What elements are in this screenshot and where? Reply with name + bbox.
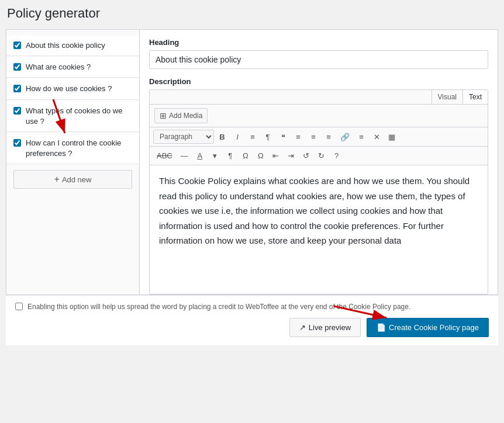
- indent-button[interactable]: ⇥: [284, 149, 298, 162]
- list-ordered-button[interactable]: ¶: [261, 130, 275, 144]
- heading-input[interactable]: [149, 50, 488, 69]
- page-icon: 📄: [377, 323, 386, 332]
- page-container: Policy generator About this cookie polic…: [0, 0, 504, 423]
- external-link-icon: ↗: [299, 323, 306, 332]
- undo-button[interactable]: ↺: [299, 149, 313, 162]
- add-media-icon: ⊞: [160, 111, 167, 120]
- credit-row: Enabling this option will help us spread…: [15, 301, 489, 312]
- format-select[interactable]: Paragraph Heading 1 Heading 2 Preformatt…: [153, 130, 214, 144]
- paste-word-button[interactable]: ¶: [223, 149, 237, 162]
- add-media-bar: ⊞ Add Media: [150, 105, 488, 127]
- footer-area: Enabling this option will help us spread…: [6, 295, 498, 345]
- clear-format-button[interactable]: Ω: [239, 149, 253, 162]
- outdent-button[interactable]: ⇤: [269, 149, 283, 162]
- sidebar-item-what[interactable]: What are cookies ?: [6, 57, 139, 78]
- add-new-button[interactable]: + Add new: [13, 170, 132, 189]
- dropdown-button[interactable]: ▾: [208, 149, 222, 162]
- blockquote-button[interactable]: ❝: [276, 130, 290, 144]
- page-title: Policy generator: [6, 6, 498, 21]
- link-button[interactable]: 🔗: [337, 130, 353, 144]
- tab-text[interactable]: Text: [462, 90, 488, 104]
- tab-visual[interactable]: Visual: [431, 90, 462, 104]
- toolbar-row-1: Paragraph Heading 1 Heading 2 Preformatt…: [150, 127, 488, 147]
- sidebar-checkbox-types[interactable]: [13, 107, 21, 115]
- sidebar-checkbox-control[interactable]: [13, 139, 21, 147]
- editor-tabs: Visual Text: [150, 90, 488, 105]
- create-cookie-policy-button[interactable]: 📄 Create Cookie Policy page: [367, 318, 489, 337]
- editor-body[interactable]: This Cookie Policy explains what cookies…: [150, 165, 488, 294]
- credit-checkbox[interactable]: [15, 303, 23, 310]
- table-button[interactable]: ▦: [385, 130, 399, 144]
- italic-button[interactable]: I: [230, 130, 244, 144]
- help-button[interactable]: ?: [330, 149, 344, 162]
- action-row: ↗ Live preview 📄 Create Cookie Policy pa…: [15, 318, 489, 337]
- main-layout: About this cookie policy What are cookie…: [6, 29, 498, 295]
- sidebar: About this cookie policy What are cookie…: [6, 30, 140, 294]
- live-preview-button[interactable]: ↗ Live preview: [289, 318, 361, 337]
- bold-button[interactable]: B: [215, 130, 229, 144]
- sidebar-checkbox-about[interactable]: [13, 41, 21, 49]
- align-right-button[interactable]: ≡: [322, 130, 336, 144]
- align-center-button[interactable]: ≡: [306, 130, 320, 144]
- sidebar-item-howdo[interactable]: How do we use cookies ?: [6, 79, 139, 99]
- align-left-button[interactable]: ≡: [291, 130, 305, 144]
- heading-label: Heading: [149, 38, 488, 47]
- sidebar-item-about[interactable]: About this cookie policy: [6, 36, 139, 56]
- sidebar-checkbox-what[interactable]: [13, 63, 21, 71]
- add-new-label: Add new: [62, 175, 92, 184]
- omega-button[interactable]: Ω: [254, 149, 268, 162]
- editor-wrapper: Visual Text ⊞ Add Media Paragr: [149, 89, 488, 294]
- justify-button[interactable]: ≡: [354, 130, 368, 144]
- list-unordered-button[interactable]: ≡: [246, 130, 260, 144]
- sidebar-item-control[interactable]: How can I control the cookie preferences…: [6, 133, 139, 164]
- text-color-button[interactable]: A: [193, 149, 207, 162]
- sidebar-arrow-wrap: How can I control the cookie preferences…: [6, 133, 139, 164]
- content-area: Heading Description Visual Text ⊞: [140, 30, 498, 294]
- toolbar-row-2: ABC — A ▾ ¶ Ω Ω ⇤ ⇥ ↺ ↻ ?: [150, 147, 488, 165]
- editor-content: This Cookie Policy explains what cookies…: [159, 174, 478, 248]
- add-media-button[interactable]: ⊞ Add Media: [154, 108, 208, 123]
- more-button[interactable]: ✕: [370, 130, 384, 144]
- strikethrough-button[interactable]: ABC: [153, 149, 176, 162]
- sidebar-checkbox-howdo[interactable]: [13, 85, 21, 92]
- description-label: Description: [149, 77, 488, 86]
- credit-text: Enabling this option will help us spread…: [27, 301, 410, 312]
- sidebar-item-types[interactable]: What types of cookies do we use ?: [6, 101, 139, 132]
- hr-button[interactable]: —: [177, 149, 192, 162]
- add-new-plus-icon: +: [54, 174, 60, 185]
- redo-button[interactable]: ↻: [315, 149, 329, 162]
